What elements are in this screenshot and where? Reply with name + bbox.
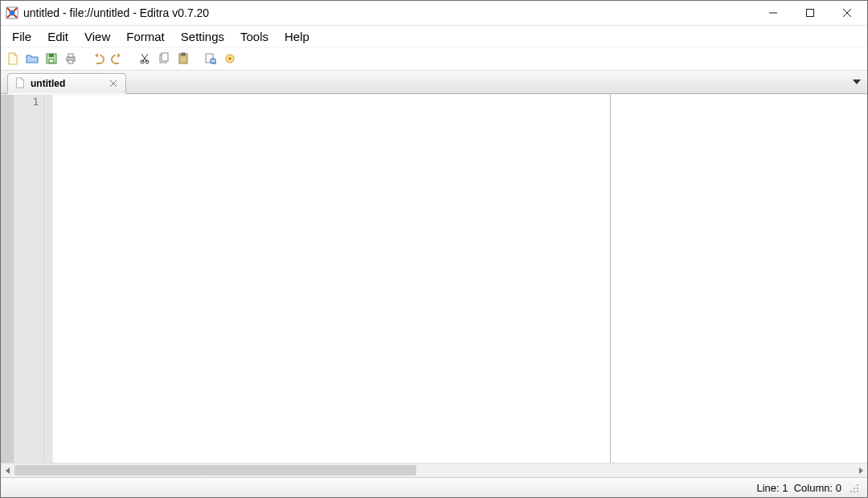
- tabstrip: untitled: [1, 71, 867, 94]
- status-line-value: 1: [782, 482, 788, 494]
- svg-line-19: [215, 63, 216, 64]
- menu-help[interactable]: Help: [276, 28, 317, 45]
- titlebar: untitled - file://untitled - Editra v0.7…: [1, 1, 867, 26]
- status-column-label: Column:: [794, 482, 833, 494]
- tab-close-icon[interactable]: [108, 78, 119, 89]
- close-button[interactable]: [829, 1, 866, 25]
- open-file-icon[interactable]: [23, 50, 41, 67]
- tab-label: untitled: [31, 78, 65, 89]
- svg-rect-14: [162, 53, 168, 61]
- status-line-label: Line:: [756, 482, 779, 494]
- svg-rect-10: [68, 60, 73, 63]
- svg-rect-16: [182, 53, 185, 55]
- window-controls: [755, 1, 866, 25]
- fold-gutter[interactable]: [1, 95, 14, 463]
- svg-point-29: [857, 491, 858, 492]
- svg-rect-17: [206, 54, 213, 63]
- menu-edit[interactable]: Edit: [39, 28, 76, 45]
- scroll-track[interactable]: [14, 463, 854, 477]
- statusbar: Line: 1 Column: 0: [1, 477, 867, 497]
- svg-point-28: [854, 491, 855, 492]
- save-file-icon[interactable]: [43, 50, 60, 67]
- menu-format[interactable]: Format: [118, 28, 173, 45]
- maximize-button[interactable]: [792, 1, 829, 25]
- status-column-value: 0: [836, 482, 841, 494]
- menubar: File Edit View Format Settings Tools Hel…: [1, 26, 867, 47]
- line-number-gutter: 1: [14, 95, 44, 463]
- window-title: untitled - file://untitled - Editra v0.7…: [23, 6, 209, 19]
- svg-point-21: [228, 57, 231, 60]
- editor: 1: [1, 94, 867, 477]
- editor-body: 1: [1, 94, 867, 463]
- menu-view[interactable]: View: [76, 28, 118, 45]
- copy-icon[interactable]: [155, 50, 173, 67]
- menu-settings[interactable]: Settings: [173, 28, 232, 45]
- svg-point-26: [857, 488, 858, 489]
- svg-rect-7: [49, 54, 54, 57]
- menu-tools[interactable]: Tools: [232, 28, 276, 45]
- svg-point-25: [854, 488, 855, 489]
- menu-file[interactable]: File: [4, 28, 39, 45]
- margin-gutter: [44, 95, 53, 463]
- settings-icon[interactable]: [221, 50, 239, 67]
- horizontal-scrollbar[interactable]: [1, 463, 867, 477]
- paste-icon[interactable]: [174, 50, 192, 67]
- scroll-left-icon[interactable]: [1, 463, 14, 477]
- scroll-thumb[interactable]: [14, 465, 416, 476]
- print-icon[interactable]: [62, 50, 80, 67]
- new-file-icon[interactable]: [4, 50, 22, 67]
- scroll-right-icon[interactable]: [854, 463, 867, 477]
- svg-rect-9: [68, 54, 73, 57]
- undo-icon[interactable]: [89, 50, 107, 67]
- tab-untitled[interactable]: untitled: [7, 73, 126, 94]
- svg-point-24: [857, 484, 858, 486]
- cut-icon[interactable]: [136, 50, 154, 67]
- svg-point-27: [850, 491, 852, 492]
- minimize-button[interactable]: [755, 1, 792, 25]
- find-icon[interactable]: [202, 50, 219, 67]
- file-icon: [14, 77, 26, 91]
- redo-icon[interactable]: [108, 50, 126, 67]
- tab-menu-icon[interactable]: [851, 76, 862, 88]
- resize-grip-icon[interactable]: [848, 482, 859, 493]
- line-number: 1: [14, 96, 39, 108]
- window: untitled - file://untitled - Editra v0.7…: [0, 0, 868, 498]
- svg-rect-6: [49, 59, 54, 63]
- edge-column-guide: [610, 95, 611, 463]
- toolbar: [1, 47, 867, 71]
- text-area[interactable]: [53, 95, 867, 463]
- svg-rect-2: [807, 10, 814, 17]
- app-icon: [6, 6, 18, 19]
